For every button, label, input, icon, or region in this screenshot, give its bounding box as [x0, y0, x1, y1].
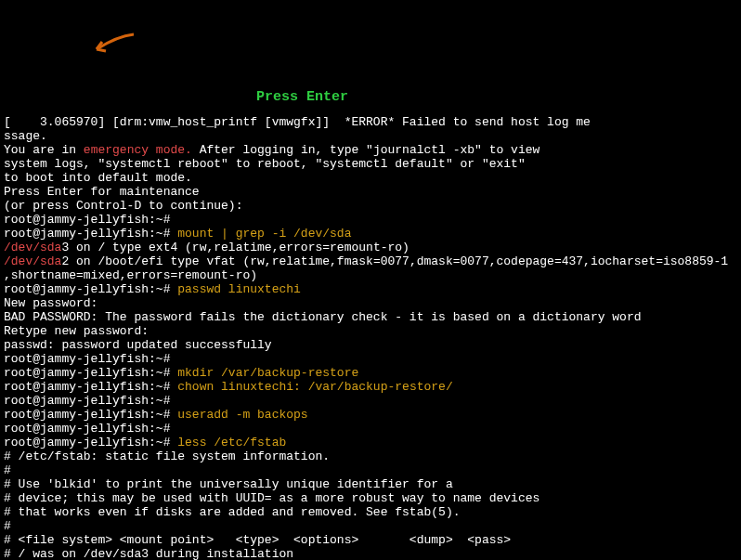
terminal-line: root@jammy-jellyfish:~#	[4, 422, 737, 436]
terminal-line: # <file system> <mount point> <type> <op…	[4, 533, 737, 547]
terminal-segment: You are in	[4, 143, 84, 157]
terminal-segment: root@jammy-jellyfish:~#	[4, 436, 177, 449]
arrow-annotation	[74, 19, 121, 41]
terminal-segment: mkdir /var/backup-restore	[177, 366, 358, 380]
terminal-segment: # / was on /dev/sda3 during installation	[4, 547, 293, 560]
terminal-line: /dev/sda2 on /boot/efi type vfat (rw,rel…	[4, 254, 737, 268]
terminal-segment: New password:	[4, 296, 98, 310]
terminal-segment: useradd -m backops	[177, 408, 307, 422]
terminal-segment: #	[4, 519, 11, 533]
terminal-output[interactable]: [ 3.065970] [drm:vmw_host_printf [vmwgfx…	[4, 115, 737, 560]
terminal-line: root@jammy-jellyfish:~# mount | grep -i …	[4, 227, 737, 241]
terminal-segment: # <file system> <mount point> <type> <op…	[4, 533, 511, 547]
terminal-segment: 2 on /boot/efi type vfat (rw,relatime,fm…	[61, 254, 728, 268]
terminal-line: #	[4, 519, 737, 533]
terminal-line: root@jammy-jellyfish:~# mkdir /var/backu…	[4, 366, 737, 380]
terminal-segment: passwd linuxtechi	[177, 282, 301, 296]
terminal-segment: ,shortname=mixed,errors=remount-ro)	[4, 268, 257, 282]
terminal-line: passwd: password updated successfully	[4, 338, 737, 352]
terminal-segment: # Use 'blkid' to print the universally u…	[4, 477, 453, 491]
terminal-segment: (or press Control-D to continue):	[4, 199, 250, 213]
terminal-segment: ssage.	[4, 129, 47, 143]
terminal-segment: #	[4, 463, 11, 477]
terminal-segment: less /etc/fstab	[177, 436, 286, 449]
terminal-segment: [ 3.065970] [drm:vmw_host_printf [vmwgfx…	[4, 115, 591, 129]
terminal-line: root@jammy-jellyfish:~# less /etc/fstab	[4, 436, 737, 449]
terminal-line: root@jammy-jellyfish:~# passwd linuxtech…	[4, 282, 737, 296]
terminal-line: # / was on /dev/sda3 during installation	[4, 547, 737, 560]
press-enter-annotation: Press Enter	[256, 90, 348, 104]
terminal-segment: BAD PASSWORD: The password fails the dic…	[4, 310, 642, 324]
terminal-segment: chown linuxtechi: /var/backup-restore/	[177, 380, 452, 394]
terminal-segment: mount | grep -i /dev/sda	[177, 227, 351, 241]
terminal-segment: root@jammy-jellyfish:~#	[4, 227, 177, 241]
terminal-line: /dev/sda3 on / type ext4 (rw,relatime,er…	[4, 241, 737, 254]
terminal-line: # device; this may be used with UUID= as…	[4, 491, 737, 505]
terminal-segment: 3 on / type ext4 (rw,relatime,errors=rem…	[61, 241, 409, 254]
terminal-line: root@jammy-jellyfish:~#	[4, 352, 737, 366]
terminal-segment: After logging in, type "journalctl -xb" …	[192, 143, 540, 157]
terminal-line: New password:	[4, 296, 737, 310]
terminal-line: root@jammy-jellyfish:~#	[4, 213, 737, 227]
terminal-line: ,shortname=mixed,errors=remount-ro)	[4, 268, 737, 282]
terminal-line: # /etc/fstab: static file system informa…	[4, 449, 737, 463]
terminal-segment: # that works even if disks are added and…	[4, 505, 460, 519]
terminal-segment: Press Enter for maintenance	[4, 185, 200, 199]
terminal-segment: root@jammy-jellyfish:~#	[4, 213, 170, 227]
terminal-line: #	[4, 463, 737, 477]
terminal-segment: to boot into default mode.	[4, 171, 192, 185]
terminal-segment: # /etc/fstab: static file system informa…	[4, 449, 330, 463]
terminal-segment: root@jammy-jellyfish:~#	[4, 282, 177, 296]
terminal-segment: /dev/sda	[4, 241, 61, 254]
terminal-line: (or press Control-D to continue):	[4, 199, 737, 213]
terminal-segment: root@jammy-jellyfish:~#	[4, 352, 170, 366]
terminal-line: [ 3.065970] [drm:vmw_host_printf [vmwgfx…	[4, 115, 737, 129]
terminal-line: You are in emergency mode. After logging…	[4, 143, 737, 157]
terminal-line: BAD PASSWORD: The password fails the dic…	[4, 310, 737, 324]
terminal-line: Retype new password:	[4, 324, 737, 338]
terminal-segment: emergency mode.	[84, 143, 192, 157]
terminal-segment: root@jammy-jellyfish:~#	[4, 422, 170, 436]
terminal-segment: root@jammy-jellyfish:~#	[4, 408, 177, 422]
terminal-line: root@jammy-jellyfish:~# useradd -m backo…	[4, 408, 737, 422]
terminal-segment: /dev/sda	[4, 254, 61, 268]
terminal-line: root@jammy-jellyfish:~#	[4, 394, 737, 408]
terminal-line: # Use 'blkid' to print the universally u…	[4, 477, 737, 491]
terminal-line: ssage.	[4, 129, 737, 143]
terminal-line: system logs, "systemctl reboot" to reboo…	[4, 157, 737, 171]
terminal-line: to boot into default mode.	[4, 171, 737, 185]
terminal-segment: root@jammy-jellyfish:~#	[4, 380, 177, 394]
terminal-segment: system logs, "systemctl reboot" to reboo…	[4, 157, 526, 171]
terminal-segment: root@jammy-jellyfish:~#	[4, 366, 177, 380]
terminal-segment: Retype new password:	[4, 324, 149, 338]
terminal-line: # that works even if disks are added and…	[4, 505, 737, 519]
terminal-line: Press Enter for maintenance	[4, 185, 737, 199]
terminal-line: root@jammy-jellyfish:~# chown linuxtechi…	[4, 380, 737, 394]
terminal-segment: passwd: password updated successfully	[4, 338, 272, 352]
terminal-segment: root@jammy-jellyfish:~#	[4, 394, 170, 408]
terminal-segment: # device; this may be used with UUID= as…	[4, 491, 540, 505]
